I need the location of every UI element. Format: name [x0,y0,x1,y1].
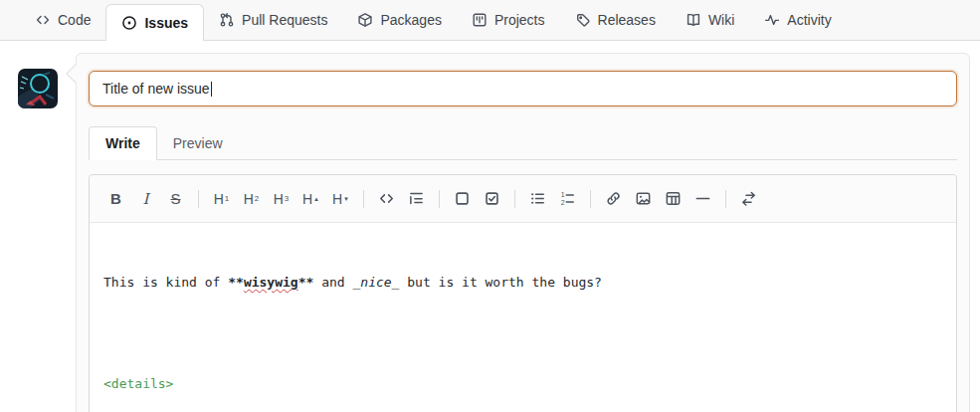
toolbar-divider [198,190,199,208]
tag-icon [575,12,591,28]
editor-toolbar: B I S H1 H2 H3 H▲ H▼ 12 [90,175,956,223]
code-icon [35,12,51,28]
heading-1-button[interactable]: H1 [208,185,235,212]
tab-pull-requests[interactable]: Pull Requests [204,0,342,40]
svg-text:2: 2 [561,199,565,206]
checkbox-empty-button[interactable] [449,185,476,212]
image-button[interactable] [630,185,657,212]
nav-label: Wiki [708,12,734,28]
nav-label: Releases [598,12,656,28]
tab-projects[interactable]: Projects [457,0,560,40]
markdown-editor: B I S H1 H2 H3 H▲ H▼ 12 [89,174,957,412]
ordered-list-button[interactable]: 12 [554,185,581,212]
nav-label: Code [58,12,91,28]
tab-packages[interactable]: Packages [342,0,456,40]
tab-activity[interactable]: Activity [749,0,846,40]
code-icon [378,190,395,207]
misspelled-word: wisywig [244,275,298,290]
nav-label: Projects [494,12,545,28]
switch-editor-button[interactable] [735,185,762,212]
horizontal-rule-button[interactable] [689,185,716,212]
book-icon [686,12,701,28]
heading-2-button[interactable]: H2 [238,185,265,212]
issue-opened-icon [121,15,137,31]
list-unordered-icon [529,190,546,207]
issue-title-text: Title of new issue [102,81,210,97]
comment-bubble: Title of new issue Write Preview B I S H… [76,53,970,412]
link-button[interactable] [600,185,627,212]
toolbar-divider [439,190,440,208]
toolbar-divider [725,190,726,208]
unordered-list-button[interactable] [524,185,551,212]
text-caret [211,82,213,97]
editor-line-blank [103,324,942,341]
editor-tab-bar: Write Preview [89,124,957,160]
nav-label: Pull Requests [242,12,327,28]
new-issue-form: Title of new issue Write Preview B I S H… [0,53,980,412]
user-avatar [18,69,58,108]
italic-button[interactable]: I [132,185,159,212]
horizontal-rule-icon [694,190,711,207]
nav-label: Activity [787,12,831,28]
toolbar-divider [590,190,591,208]
issue-title-input[interactable]: Title of new issue [89,71,957,106]
editor-content[interactable]: This is kind of **wisywig** and _nice_ b… [90,223,956,412]
checkbox-empty-icon [454,190,471,207]
toolbar-divider [363,190,364,208]
link-icon [605,190,622,207]
heading-3-button[interactable]: H3 [268,185,294,212]
repo-nav: Code Issues Pull Requests Packages Proje… [0,0,980,41]
tab-code[interactable]: Code [20,0,105,40]
image-icon [635,190,652,207]
editor-line-html-tag: <details> [103,375,942,392]
pulse-icon [764,12,780,28]
table-button[interactable] [660,185,686,212]
quote-button[interactable] [403,185,430,212]
heading-decrease-button[interactable]: H▼ [327,185,354,212]
quote-icon [408,190,425,207]
project-icon [472,12,488,28]
bold-button[interactable]: B [102,185,129,212]
heading-increase-button[interactable]: H▲ [297,185,324,212]
git-pull-request-icon [219,12,235,28]
toolbar-divider [514,190,515,208]
package-icon [357,12,373,28]
strikethrough-button[interactable]: S [162,185,189,212]
checkbox-checked-button[interactable] [479,185,505,212]
table-icon [665,190,682,207]
svg-text:1: 1 [561,191,565,198]
tab-releases[interactable]: Releases [560,0,671,40]
editor-line: This is kind of **wisywig** and _nice_ b… [103,274,942,291]
tab-write[interactable]: Write [89,126,157,160]
tab-preview[interactable]: Preview [157,127,239,159]
checkbox-checked-icon [484,190,500,207]
nav-label: Packages [380,12,441,28]
tab-issues[interactable]: Issues [105,4,204,41]
code-button[interactable] [373,185,400,212]
list-ordered-icon: 12 [559,190,576,207]
nav-label: Issues [144,15,188,31]
arrow-switch-icon [740,190,757,207]
tab-wiki[interactable]: Wiki [671,0,749,40]
